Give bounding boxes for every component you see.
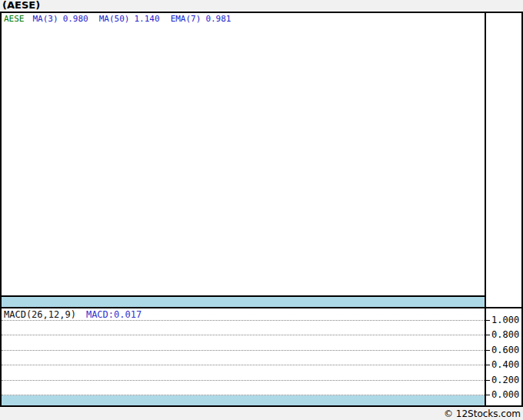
separator-band-bottom (2, 395, 485, 405)
indicator-value-ma50: 1.140 (135, 14, 160, 24)
ticker-symbol: AESE (4, 14, 25, 24)
macd-axis-tick (486, 380, 490, 381)
macd-gridline (2, 380, 485, 381)
indicator-label-ma3: MA(3) (33, 14, 58, 24)
macd-gridline (2, 335, 485, 335)
macd-axis-tick (486, 335, 490, 335)
macd-axis-label: 0.600 (491, 344, 522, 356)
macd-axis-label: 1.000 (491, 314, 522, 326)
macd-indicator-value: MACD:0.017 (86, 309, 142, 320)
macd-gridline (2, 320, 485, 321)
indicator-label-ma50: MA(50) (99, 14, 130, 24)
ticker-title: (AESE) (2, 0, 40, 12)
macd-axis-tick (486, 350, 490, 351)
copyright-footer: © 12Stocks.com (0, 408, 521, 420)
macd-axis-label: 0.000 (491, 388, 522, 401)
macd-axis-label: 0.400 (491, 358, 522, 371)
macd-axis-tick (486, 320, 490, 321)
price-plot-area (2, 24, 485, 295)
indicator-value-ema7: 0.981 (205, 14, 231, 24)
macd-axis-tick (486, 365, 490, 365)
axis-divider-line (485, 12, 486, 407)
macd-panel-legend: MACD(26,12,9)MACD:0.017 (4, 310, 142, 320)
macd-axis-tick (486, 395, 490, 395)
indicator-label-ema7: EMA(7) (171, 14, 202, 24)
macd-gridline (2, 365, 485, 365)
macd-indicator-label: MACD(26,12,9) (4, 309, 76, 320)
indicator-value-ma3: 0.980 (63, 14, 88, 24)
price-panel-legend: AESEMA(3)0.980MA(50)1.140EMA(7)0.981 (4, 14, 242, 24)
macd-gridline (2, 350, 485, 351)
panel-separator-line (0, 307, 523, 308)
macd-axis-label: 0.200 (491, 374, 522, 386)
separator-band-top (2, 297, 485, 307)
macd-axis-label: 0.800 (491, 328, 522, 341)
